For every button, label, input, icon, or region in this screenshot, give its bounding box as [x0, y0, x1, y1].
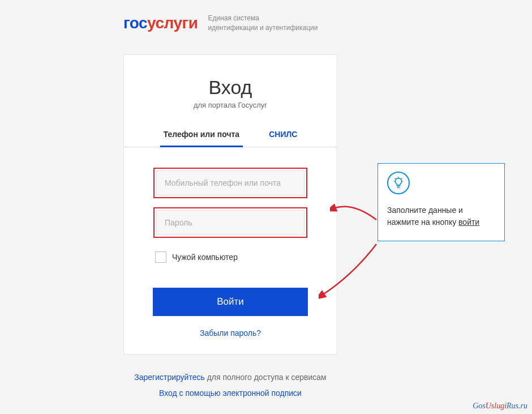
- foreign-pc-checkbox[interactable]: [155, 251, 166, 263]
- tagline: Единая система идентификации и аутентифи…: [208, 14, 318, 33]
- watermark: GosUslugiRus.ru: [473, 402, 527, 411]
- tip-text-link: войти: [458, 217, 479, 227]
- page-subtitle: для портала Госуслуг: [124, 101, 337, 109]
- svg-line-3: [395, 178, 396, 179]
- lightbulb-icon: [387, 172, 410, 194]
- login-card: Вход для портала Госуслуг Телефон или по…: [123, 54, 337, 355]
- annotation-arrow-1: [330, 196, 381, 224]
- watermark-p1: Gos: [473, 402, 486, 410]
- header: госуслуги Единая система идентификации и…: [123, 14, 318, 33]
- register-line: Зарегистрируйтесь для полного доступа к …: [123, 369, 337, 385]
- page-title: Вход: [124, 76, 337, 99]
- register-link[interactable]: Зарегистрируйтесь: [134, 373, 205, 382]
- watermark-p2: Uslugi: [486, 402, 507, 410]
- tip-text: Заполните данные и нажмите на кнопку вой…: [387, 204, 495, 228]
- login-tabs: Телефон или почта СНИЛС: [124, 130, 337, 147]
- login-button[interactable]: Войти: [153, 288, 308, 316]
- phone-email-input[interactable]: [156, 170, 304, 195]
- tagline-line1: Единая система: [208, 14, 318, 23]
- tab-phone-email[interactable]: Телефон или почта: [160, 130, 243, 147]
- login-form: [124, 147, 337, 238]
- logo-part-blue: гос: [123, 14, 147, 32]
- password-input[interactable]: [156, 210, 304, 235]
- watermark-p3: Rus.ru: [507, 402, 527, 410]
- logo-part-red: услуги: [147, 14, 198, 32]
- bottom-links: Зарегистрируйтесь для полного доступа к …: [123, 369, 337, 401]
- foreign-pc-row: Чужой компьютер: [124, 247, 337, 263]
- password-highlight: [153, 207, 307, 238]
- tagline-line2: идентификации и аутентификации: [208, 23, 318, 33]
- logo: госуслуги: [123, 14, 198, 32]
- tip-text-body: Заполните данные и нажмите на кнопку: [387, 206, 463, 227]
- register-text: для полного доступа к сервисам: [205, 373, 327, 382]
- phone-email-highlight: [153, 168, 307, 198]
- tab-snils[interactable]: СНИЛС: [265, 130, 301, 147]
- tip-box: Заполните данные и нажмите на кнопку вой…: [377, 163, 505, 241]
- foreign-pc-label: Чужой компьютер: [172, 253, 238, 262]
- esign-link[interactable]: Вход с помощью электронной подписи: [159, 389, 302, 398]
- forgot-password-link[interactable]: Забыли пароль?: [200, 328, 261, 338]
- svg-line-4: [401, 178, 402, 179]
